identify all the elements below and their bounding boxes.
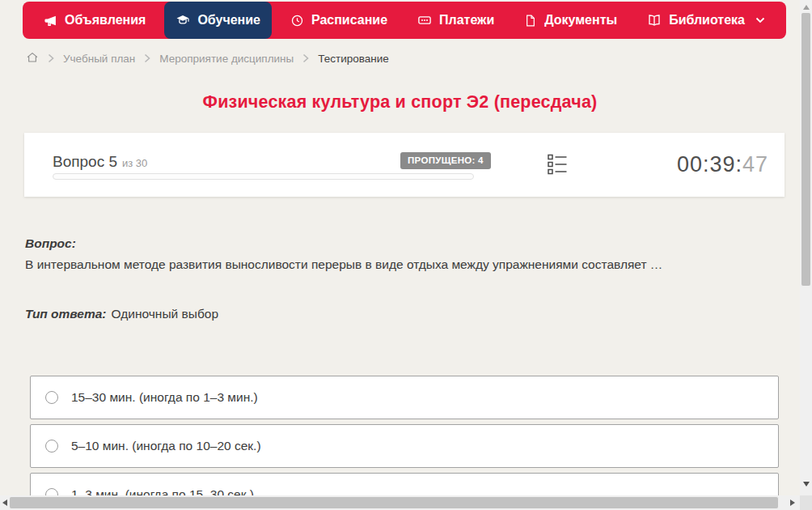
timer: 00:39:47 <box>677 152 768 177</box>
vertical-scrollbar[interactable] <box>800 0 812 495</box>
scroll-down-arrow-icon[interactable] <box>803 482 810 487</box>
radio-button[interactable] <box>45 440 58 453</box>
scroll-up-arrow-icon[interactable] <box>803 5 810 10</box>
scrollbar-corner <box>800 495 812 510</box>
answer-option-label: 5–10 мин. (иногда по 10–20 сек.) <box>71 439 261 453</box>
timer-main: 00:39: <box>677 152 742 176</box>
scroll-left-arrow-icon[interactable] <box>2 499 7 506</box>
megaphone-icon <box>44 14 57 28</box>
answer-options: 15–30 мин. (иногда по 1–3 мин.) 5–10 мин… <box>30 376 779 510</box>
main-navbar: Объявления Обучение Расписание Платежи Д… <box>23 2 786 39</box>
graduation-cap-icon <box>176 13 190 28</box>
nav-item-documents[interactable]: Документы <box>513 2 628 39</box>
nav-item-payments[interactable]: Платежи <box>406 2 505 39</box>
skipped-badge: ПРОПУЩЕНО: 4 <box>400 152 491 169</box>
horizontal-scrollbar[interactable] <box>0 495 800 510</box>
answer-type-row: Тип ответа:Одиночный выбор <box>25 307 218 321</box>
breadcrumb-discipline-event[interactable]: Мероприятие дисциплины <box>159 53 294 65</box>
page-title: Физическая культура и спорт Э2 (пересдач… <box>0 92 800 113</box>
question-list-icon <box>546 152 569 180</box>
chevron-right-icon <box>48 53 54 63</box>
nav-item-schedule[interactable]: Расписание <box>279 2 399 39</box>
horizontal-scrollbar-thumb[interactable] <box>10 497 778 508</box>
nav-item-label: Расписание <box>311 13 387 28</box>
breadcrumb: Учебный план Мероприятие дисциплины Тест… <box>26 49 389 67</box>
answer-type-label: Тип ответа: <box>25 307 107 321</box>
nav-item-label: Объявления <box>65 13 146 28</box>
question-list-button[interactable] <box>543 152 571 180</box>
nav-item-library[interactable]: Библиотека <box>636 2 776 39</box>
nav-item-learning[interactable]: Обучение <box>164 2 272 39</box>
question-progress-bar <box>53 173 474 180</box>
question-number-label: Вопрос 5 <box>53 153 117 170</box>
nav-item-label: Обучение <box>197 13 260 28</box>
nav-item-label: Платежи <box>439 13 494 28</box>
question-text: В интервальном методе развития выносливо… <box>25 257 769 272</box>
chevron-right-icon <box>144 53 150 63</box>
question-of-total: из 30 <box>122 157 147 169</box>
nav-item-label: Библиотека <box>669 13 745 28</box>
nav-item-label: Документы <box>544 13 617 28</box>
chevron-down-icon <box>755 17 765 23</box>
answer-option-1[interactable]: 15–30 мин. (иногда по 1–3 мин.) <box>30 376 779 419</box>
breadcrumb-testing: Тестирование <box>318 53 389 65</box>
quiz-page: Объявления Обучение Расписание Платежи Д… <box>0 0 812 510</box>
book-icon <box>647 13 662 28</box>
breadcrumb-study-plan[interactable]: Учебный план <box>63 53 135 65</box>
home-icon[interactable] <box>26 51 39 66</box>
question-number: Вопрос 5из 30 <box>53 153 147 171</box>
radio-button[interactable] <box>45 391 58 404</box>
document-icon <box>524 14 537 28</box>
timer-seconds: 47 <box>742 152 768 176</box>
vertical-scrollbar-thumb[interactable] <box>801 13 810 286</box>
scroll-right-arrow-icon[interactable] <box>790 499 795 506</box>
clock-icon <box>290 14 304 28</box>
nav-item-announcements[interactable]: Объявления <box>32 2 157 39</box>
question-header-card: Вопрос 5из 30 ПРОПУЩЕНО: 4 00:39:47 <box>24 133 785 197</box>
answer-option-2[interactable]: 5–10 мин. (иногда по 10–20 сек.) <box>30 424 779 468</box>
question-heading: Вопрос: <box>25 236 76 251</box>
chevron-right-icon <box>302 53 309 63</box>
banknote-icon <box>417 13 432 28</box>
answer-option-label: 15–30 мин. (иногда по 1–3 мин.) <box>71 390 258 405</box>
answer-type-value: Одиночный выбор <box>112 307 219 321</box>
